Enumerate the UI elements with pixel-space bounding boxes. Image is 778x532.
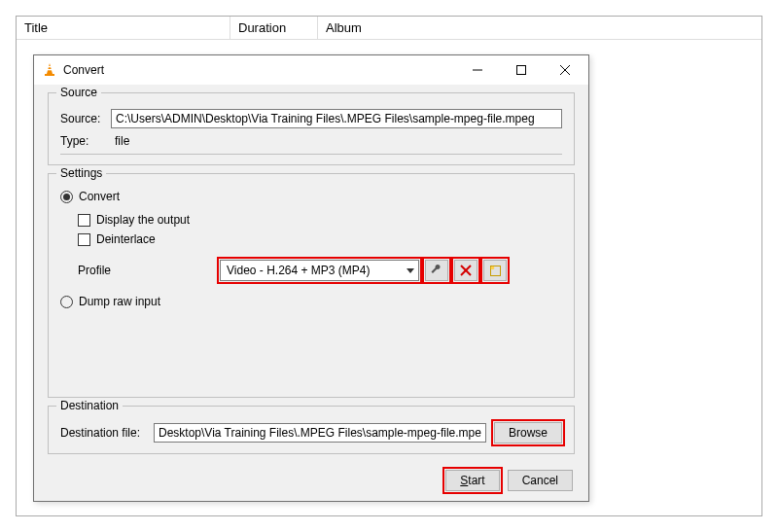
wrench-icon <box>430 264 443 277</box>
table-header: Title Duration Album <box>17 17 761 40</box>
svg-rect-3 <box>45 74 54 76</box>
settings-legend: Settings <box>56 166 106 180</box>
display-output-checkbox[interactable]: Display the output <box>78 213 562 227</box>
deinterlace-label: Deinterlace <box>96 232 156 246</box>
svg-rect-2 <box>48 69 53 70</box>
browse-button[interactable]: Browse <box>494 422 562 443</box>
convert-radio-label: Convert <box>79 190 120 203</box>
dest-file-label: Destination file: <box>60 426 154 440</box>
column-header-title[interactable]: Title <box>17 17 230 39</box>
column-header-duration[interactable]: Duration <box>230 17 318 39</box>
column-header-album[interactable]: Album <box>318 17 761 39</box>
delete-profile-button[interactable] <box>454 260 477 281</box>
convert-dialog: Convert Source Source: Type: file Se <box>33 54 589 502</box>
profile-label: Profile <box>78 264 214 277</box>
radio-icon <box>60 296 73 308</box>
source-input[interactable] <box>111 109 562 128</box>
checkbox-icon <box>78 233 90 246</box>
dialog-title: Convert <box>63 63 455 77</box>
deinterlace-checkbox[interactable]: Deinterlace <box>78 232 562 246</box>
titlebar: Convert <box>34 55 588 85</box>
destination-group: Destination Destination file: Browse <box>48 406 575 454</box>
vlc-cone-icon <box>42 62 57 78</box>
maximize-button[interactable] <box>499 55 543 85</box>
new-file-icon <box>489 265 502 277</box>
dialog-footer: Start Cancel <box>48 470 575 491</box>
cancel-button[interactable]: Cancel <box>508 470 573 491</box>
profile-selected-value: Video - H.264 + MP3 (MP4) <box>227 264 371 277</box>
start-button[interactable]: Start <box>445 470 499 491</box>
close-button[interactable] <box>543 55 586 85</box>
dest-file-input[interactable] <box>154 423 486 443</box>
new-profile-button[interactable] <box>483 260 507 281</box>
source-legend: Source <box>56 86 101 99</box>
source-divider <box>60 154 562 155</box>
source-label: Source: <box>60 112 111 125</box>
profile-dropdown[interactable]: Video - H.264 + MP3 (MP4) <box>220 260 419 281</box>
checkbox-icon <box>78 214 90 227</box>
type-label: Type: <box>60 134 111 148</box>
edit-profile-button[interactable] <box>425 260 448 281</box>
dump-raw-label: Dump raw input <box>79 295 160 308</box>
convert-radio[interactable]: Convert <box>60 190 562 203</box>
svg-marker-0 <box>47 63 53 74</box>
destination-legend: Destination <box>56 399 123 412</box>
svg-point-11 <box>490 266 494 269</box>
x-icon <box>460 265 472 276</box>
settings-group: Settings Convert Display the output Dein… <box>48 173 575 398</box>
svg-rect-5 <box>516 66 525 75</box>
svg-rect-1 <box>48 66 52 67</box>
type-value: file <box>111 134 129 148</box>
source-group: Source Source: Type: file <box>48 92 575 165</box>
display-output-label: Display the output <box>96 213 190 227</box>
minimize-button[interactable] <box>455 55 499 85</box>
chevron-down-icon <box>407 268 414 273</box>
radio-icon <box>60 191 73 203</box>
dump-raw-radio[interactable]: Dump raw input <box>60 295 562 308</box>
